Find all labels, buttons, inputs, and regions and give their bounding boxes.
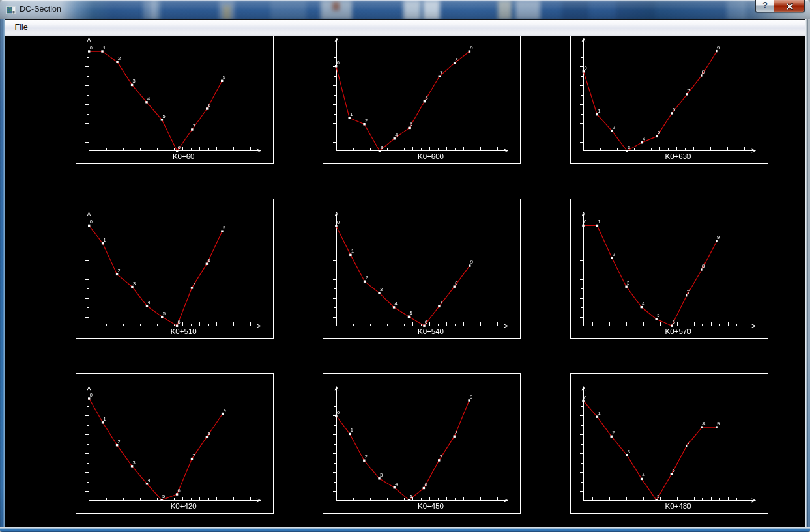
svg-text:2: 2 [365, 454, 368, 460]
svg-text:4: 4 [395, 301, 398, 307]
svg-text:7: 7 [440, 300, 442, 305]
svg-text:9: 9 [470, 45, 472, 51]
svg-text:0: 0 [90, 219, 93, 225]
svg-text:5: 5 [162, 113, 165, 119]
svg-text:6: 6 [178, 319, 181, 325]
svg-text:3: 3 [628, 145, 630, 150]
svg-text:2: 2 [365, 118, 368, 124]
svg-text:8: 8 [702, 421, 705, 427]
svg-text:0: 0 [337, 410, 340, 415]
svg-text:K0+420: K0+420 [171, 502, 197, 510]
svg-text:4: 4 [148, 300, 151, 305]
svg-text:3: 3 [133, 460, 136, 466]
svg-text:7: 7 [440, 454, 442, 460]
svg-text:K0+630: K0+630 [665, 152, 691, 160]
svg-text:5: 5 [657, 313, 659, 318]
svg-text:2: 2 [118, 268, 121, 273]
svg-text:1: 1 [351, 248, 354, 254]
svg-text:K0+450: K0+450 [418, 502, 444, 510]
svg-text:5: 5 [162, 494, 165, 499]
svg-text:6: 6 [425, 95, 427, 101]
svg-text:7: 7 [193, 123, 195, 129]
svg-text:7: 7 [687, 440, 690, 445]
svg-text:7: 7 [440, 70, 442, 76]
svg-text:5: 5 [410, 494, 412, 499]
svg-text:3: 3 [380, 145, 383, 150]
svg-text:4: 4 [395, 132, 398, 138]
svg-text:7: 7 [193, 453, 195, 458]
svg-text:4: 4 [642, 301, 644, 307]
svg-text:2: 2 [613, 251, 615, 257]
svg-text:7: 7 [687, 289, 690, 295]
svg-text:9: 9 [717, 421, 720, 427]
svg-text:K0+540: K0+540 [418, 328, 444, 335]
svg-text:8: 8 [702, 263, 705, 269]
svg-text:0: 0 [584, 65, 586, 71]
svg-text:8: 8 [702, 69, 705, 75]
svg-text:5: 5 [658, 130, 660, 135]
svg-text:9: 9 [717, 234, 720, 240]
svg-text:6: 6 [672, 468, 674, 473]
svg-text:3: 3 [133, 78, 136, 84]
svg-text:6: 6 [424, 482, 427, 488]
svg-text:7: 7 [687, 88, 690, 94]
svg-text:0: 0 [337, 60, 340, 66]
svg-text:1: 1 [598, 219, 600, 225]
svg-text:2: 2 [366, 275, 368, 281]
svg-text:1: 1 [350, 111, 353, 117]
svg-text:9: 9 [223, 225, 225, 231]
svg-text:7: 7 [193, 281, 195, 287]
svg-text:1: 1 [351, 427, 353, 433]
svg-text:3: 3 [380, 472, 383, 478]
svg-text:9: 9 [470, 394, 472, 400]
svg-text:6: 6 [178, 145, 181, 150]
svg-text:8: 8 [455, 280, 457, 286]
svg-text:K0+480: K0+480 [665, 502, 691, 510]
svg-text:2: 2 [613, 124, 615, 130]
svg-text:9: 9 [717, 45, 720, 51]
svg-text:3: 3 [133, 281, 136, 287]
svg-text:2: 2 [612, 430, 615, 436]
svg-text:0: 0 [90, 392, 93, 398]
svg-text:K0+570: K0+570 [665, 328, 691, 335]
svg-text:6: 6 [673, 107, 675, 113]
svg-text:4: 4 [395, 481, 398, 487]
svg-text:1: 1 [103, 45, 106, 51]
svg-text:9: 9 [470, 259, 473, 265]
svg-text:1: 1 [104, 237, 106, 243]
svg-text:3: 3 [380, 287, 383, 292]
svg-text:3: 3 [627, 280, 629, 286]
svg-text:K0+60: K0+60 [173, 152, 195, 160]
svg-text:8: 8 [207, 430, 210, 436]
svg-text:4: 4 [643, 136, 645, 142]
svg-text:3: 3 [628, 449, 630, 455]
svg-text:8: 8 [455, 430, 457, 436]
svg-text:4: 4 [643, 472, 645, 478]
svg-text:1: 1 [104, 416, 106, 422]
svg-text:8: 8 [207, 257, 210, 263]
svg-text:2: 2 [118, 439, 121, 445]
svg-text:1: 1 [598, 410, 600, 416]
svg-text:4: 4 [148, 477, 151, 483]
svg-text:8: 8 [456, 57, 458, 63]
svg-text:0: 0 [90, 45, 93, 51]
svg-text:0: 0 [584, 219, 586, 225]
svg-text:9: 9 [223, 74, 225, 80]
svg-text:6: 6 [425, 319, 427, 325]
svg-text:5: 5 [163, 311, 166, 316]
svg-text:6: 6 [178, 488, 181, 494]
svg-text:0: 0 [584, 395, 586, 400]
svg-text:K0+600: K0+600 [418, 152, 444, 160]
svg-text:4: 4 [147, 96, 150, 102]
svg-text:0: 0 [337, 219, 340, 225]
svg-text:6: 6 [673, 319, 675, 325]
svg-text:5: 5 [410, 310, 412, 316]
svg-text:K0+510: K0+510 [171, 328, 197, 335]
svg-text:8: 8 [208, 102, 210, 108]
svg-text:5: 5 [410, 121, 412, 127]
svg-text:1: 1 [598, 108, 600, 114]
svg-text:5: 5 [657, 494, 659, 499]
svg-text:2: 2 [118, 55, 121, 61]
svg-text:9: 9 [224, 408, 226, 413]
